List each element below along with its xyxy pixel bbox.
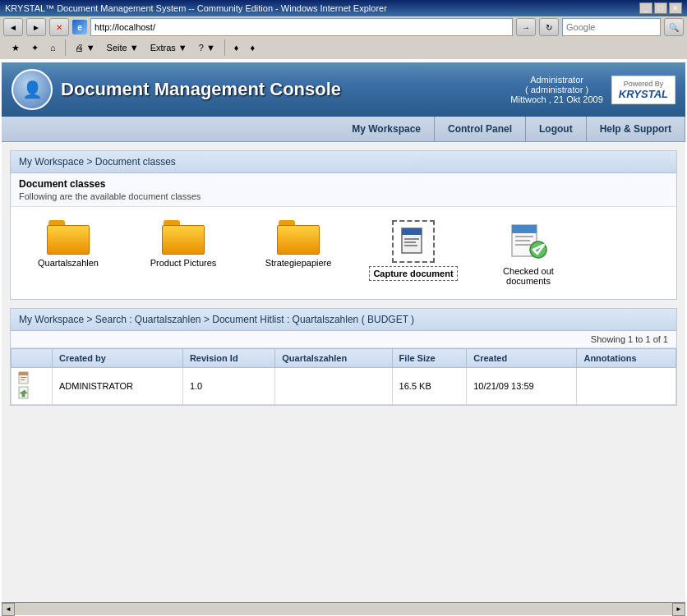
folder-label: Quartalszahlen xyxy=(38,258,99,268)
svg-rect-7 xyxy=(515,236,533,237)
powered-label: Powered By xyxy=(619,80,668,88)
menu-print[interactable]: 🖨 ▼ xyxy=(70,41,100,54)
workspace-panel: My Workspace > Document classes Document… xyxy=(10,150,677,300)
close-button[interactable]: ✕ xyxy=(669,2,682,14)
checked-out-documents[interactable]: Checked out documents xyxy=(479,215,578,291)
section-desc: Following are the available document cla… xyxy=(19,191,668,201)
app-title: Document Management Console xyxy=(61,79,341,100)
cell-created: 10/21/09 13:59 xyxy=(467,368,577,405)
user-name: Administrator xyxy=(510,75,603,85)
go-button[interactable]: → xyxy=(516,18,536,36)
menu-help[interactable]: ? ▼ xyxy=(194,41,220,54)
maximize-button[interactable]: □ xyxy=(654,2,667,14)
folder-icon xyxy=(47,220,90,255)
user-login: ( administrator ) xyxy=(510,85,603,94)
powered-by-box: Powered By KRYSTAL xyxy=(611,76,675,104)
folder-body xyxy=(47,225,90,255)
menu-icon2[interactable]: ♦ xyxy=(245,41,260,54)
krystal-logo: KRYSTAL xyxy=(619,88,668,100)
view-icon[interactable] xyxy=(18,371,31,384)
col-file-size: File Size xyxy=(392,349,467,368)
menu-icon1[interactable]: ♦ xyxy=(229,41,244,54)
avatar: 👤 xyxy=(12,69,53,110)
scroll-right-button[interactable]: ► xyxy=(672,603,685,616)
svg-rect-6 xyxy=(512,225,537,233)
folder-product-pictures[interactable]: Product Pictures xyxy=(134,215,233,291)
col-created-by: Created by xyxy=(53,349,183,368)
folder-icon xyxy=(277,220,320,255)
app-container: 👤 Document Management Console Administra… xyxy=(0,61,687,616)
checkout-icon xyxy=(507,220,550,263)
refresh-button[interactable]: ↻ xyxy=(539,18,559,36)
address-input[interactable] xyxy=(90,18,513,36)
cell-annotations xyxy=(577,368,676,405)
svg-rect-9 xyxy=(515,244,532,246)
svg-rect-2 xyxy=(404,238,419,240)
scroll-track[interactable] xyxy=(15,603,672,615)
header-left: 👤 Document Management Console xyxy=(12,69,341,110)
folder-grid: Quartalszahlen Product Pictures xyxy=(11,207,676,299)
workspace-breadcrumb: My Workspace > Document classes xyxy=(11,151,676,173)
address-bar-row: ◄ ► ✕ e → ↻ 🔍 xyxy=(3,18,684,36)
cell-file-size: 16.5 KB xyxy=(392,368,467,405)
folder-icon xyxy=(162,220,205,255)
tab-my-workspace[interactable]: My Workspace xyxy=(339,117,435,141)
section-title: Document classes xyxy=(19,178,105,190)
app-header: 👤 Document Management Console Administra… xyxy=(2,62,685,117)
folder-body xyxy=(162,225,205,255)
menu-favorites[interactable]: ★ xyxy=(7,41,25,55)
tab-control-panel[interactable]: Control Panel xyxy=(435,117,526,141)
content-area: My Workspace > Document classes Document… xyxy=(2,142,685,602)
svg-rect-3 xyxy=(404,241,416,243)
window-title: KRYSTAL™ Document Management System -- C… xyxy=(5,3,387,13)
menu-page[interactable]: Seite ▼ xyxy=(102,41,144,54)
svg-rect-13 xyxy=(19,372,28,375)
col-annotations: Annotations xyxy=(577,349,676,368)
minimize-button[interactable]: _ xyxy=(639,2,652,14)
title-bar: KRYSTAL™ Document Management System -- C… xyxy=(0,0,687,16)
download-icon[interactable] xyxy=(18,386,31,399)
scroll-left-button[interactable]: ◄ xyxy=(2,603,15,616)
menu-extras[interactable]: Extras ▼ xyxy=(145,41,192,54)
svg-rect-1 xyxy=(402,228,422,235)
folder-body xyxy=(277,225,320,255)
cell-created-by: ADMINISTRATOR xyxy=(53,368,183,405)
search-go-button[interactable]: 🔍 xyxy=(664,18,684,36)
nav-bar: My Workspace Control Panel Logout Help &… xyxy=(2,117,685,142)
svg-rect-4 xyxy=(404,245,417,246)
results-table: Created by Revision Id Quartalszahlen Fi… xyxy=(11,348,676,405)
tab-logout[interactable]: Logout xyxy=(526,117,587,141)
search-panel: My Workspace > Search : Quartalszahlen >… xyxy=(10,308,677,406)
folder-strategiepapiere[interactable]: Strategiepapiere xyxy=(249,215,348,291)
capture-document[interactable]: Capture document xyxy=(364,215,463,291)
horizontal-scrollbar[interactable]: ◄ ► xyxy=(2,602,685,615)
menu-home[interactable]: ⌂ xyxy=(45,41,61,54)
title-bar-buttons[interactable]: _ □ ✕ xyxy=(639,2,682,14)
search-input[interactable] xyxy=(562,18,661,36)
showing-bar: Showing 1 to 1 of 1 xyxy=(11,331,676,348)
stop-button[interactable]: ✕ xyxy=(49,18,69,36)
table-row: ADMINISTRATOR 1.0 16.5 KB 10/21/09 13:59 xyxy=(12,368,676,405)
forward-button[interactable]: ► xyxy=(26,18,46,36)
browser-toolbar: ◄ ► ✕ e → ↻ 🔍 ★ ✦ ⌂ 🖨 ▼ Seite ▼ Extras ▼… xyxy=(0,16,687,61)
folder-label: Checked out documents xyxy=(484,266,573,286)
folder-quartalszahlen[interactable]: Quartalszahlen xyxy=(19,215,118,291)
header-right: Administrator ( administrator ) Mittwoch… xyxy=(510,75,675,104)
row-actions xyxy=(12,368,53,405)
folder-label: Capture document xyxy=(369,266,457,281)
cell-quartalszahlen xyxy=(275,368,392,405)
svg-rect-15 xyxy=(21,379,25,380)
folder-label: Product Pictures xyxy=(150,258,217,268)
cell-revision-id: 1.0 xyxy=(182,368,274,405)
back-button[interactable]: ◄ xyxy=(3,18,23,36)
tab-help-support[interactable]: Help & Support xyxy=(587,117,685,141)
workspace-subheader: Document classes Following are the avail… xyxy=(11,173,676,207)
svg-rect-14 xyxy=(21,377,26,378)
col-quartalszahlen: Quartalszahlen xyxy=(275,349,392,368)
capture-icon xyxy=(392,220,435,263)
svg-rect-8 xyxy=(515,240,530,241)
folder-label: Strategiepapiere xyxy=(265,258,332,268)
user-date: Mittwoch , 21 Okt 2009 xyxy=(510,94,603,104)
menu-history[interactable]: ✦ xyxy=(26,41,44,55)
menu-bar: ★ ✦ ⌂ 🖨 ▼ Seite ▼ Extras ▼ ? ▼ ♦ ♦ xyxy=(3,38,684,57)
